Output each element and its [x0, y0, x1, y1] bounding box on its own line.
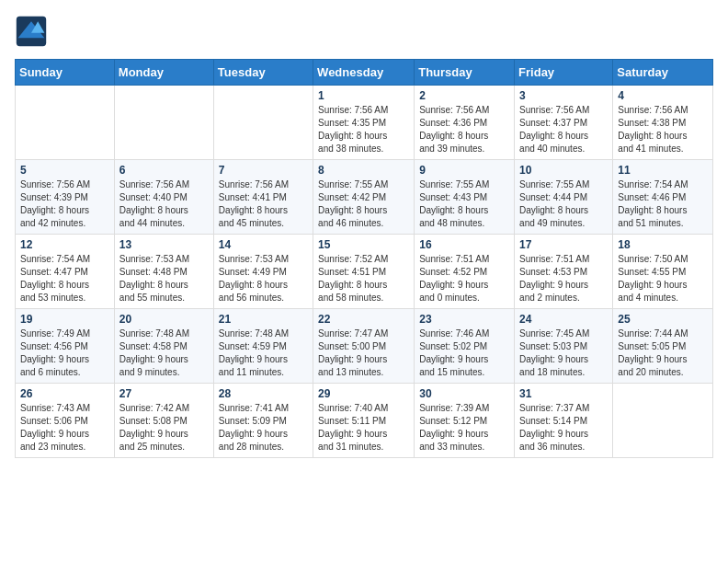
calendar-day-10: 10Sunrise: 7:55 AM Sunset: 4:44 PM Dayli… — [515, 160, 613, 235]
calendar-week-row: 12Sunrise: 7:54 AM Sunset: 4:47 PM Dayli… — [16, 235, 713, 309]
day-number: 28 — [219, 387, 308, 400]
day-number: 29 — [318, 387, 409, 400]
day-number: 3 — [519, 89, 608, 102]
day-content: Sunrise: 7:49 AM Sunset: 4:56 PM Dayligh… — [20, 327, 109, 379]
day-content: Sunrise: 7:56 AM Sunset: 4:38 PM Dayligh… — [618, 104, 708, 155]
calendar-week-row: 1Sunrise: 7:56 AM Sunset: 4:35 PM Daylig… — [16, 86, 713, 160]
calendar-day-11: 11Sunrise: 7:54 AM Sunset: 4:46 PM Dayli… — [613, 160, 713, 235]
day-content: Sunrise: 7:41 AM Sunset: 5:09 PM Dayligh… — [219, 402, 308, 454]
day-number: 15 — [318, 238, 409, 251]
day-number: 25 — [618, 313, 708, 326]
calendar-week-row: 5Sunrise: 7:56 AM Sunset: 4:39 PM Daylig… — [16, 160, 713, 235]
calendar-day-13: 13Sunrise: 7:53 AM Sunset: 4:48 PM Dayli… — [114, 235, 213, 309]
day-number: 9 — [419, 164, 509, 177]
calendar-day-7: 7Sunrise: 7:56 AM Sunset: 4:41 PM Daylig… — [213, 160, 313, 235]
day-content: Sunrise: 7:40 AM Sunset: 5:11 PM Dayligh… — [318, 402, 409, 454]
calendar-day-25: 25Sunrise: 7:44 AM Sunset: 5:05 PM Dayli… — [613, 309, 713, 384]
day-number: 21 — [219, 313, 308, 326]
day-content: Sunrise: 7:44 AM Sunset: 5:05 PM Dayligh… — [618, 327, 708, 379]
day-content: Sunrise: 7:52 AM Sunset: 4:51 PM Dayligh… — [318, 253, 409, 304]
day-content: Sunrise: 7:56 AM Sunset: 4:40 PM Dayligh… — [119, 178, 209, 230]
logo-icon — [15, 15, 48, 48]
page-header — [15, 15, 713, 48]
day-number: 17 — [519, 238, 608, 251]
calendar-day-28: 28Sunrise: 7:41 AM Sunset: 5:09 PM Dayli… — [213, 384, 313, 458]
calendar-day-2: 2Sunrise: 7:56 AM Sunset: 4:36 PM Daylig… — [415, 86, 515, 160]
day-content: Sunrise: 7:54 AM Sunset: 4:47 PM Dayligh… — [20, 253, 109, 304]
calendar-day-16: 16Sunrise: 7:51 AM Sunset: 4:52 PM Dayli… — [415, 235, 515, 309]
weekday-header-monday: Monday — [114, 60, 213, 86]
day-content: Sunrise: 7:54 AM Sunset: 4:46 PM Dayligh… — [618, 178, 708, 230]
day-content: Sunrise: 7:55 AM Sunset: 4:43 PM Dayligh… — [419, 178, 509, 230]
day-content: Sunrise: 7:55 AM Sunset: 4:42 PM Dayligh… — [318, 178, 409, 230]
day-content: Sunrise: 7:53 AM Sunset: 4:49 PM Dayligh… — [219, 253, 308, 304]
day-number: 1 — [318, 89, 409, 102]
calendar-day-27: 27Sunrise: 7:42 AM Sunset: 5:08 PM Dayli… — [114, 384, 213, 458]
weekday-header-wednesday: Wednesday — [313, 60, 415, 86]
day-number: 8 — [318, 164, 409, 177]
day-content: Sunrise: 7:56 AM Sunset: 4:35 PM Dayligh… — [318, 104, 409, 155]
day-number: 2 — [419, 89, 509, 102]
day-number: 4 — [618, 89, 708, 102]
calendar-empty-cell — [613, 384, 713, 458]
calendar-table: SundayMondayTuesdayWednesdayThursdayFrid… — [15, 59, 713, 458]
day-content: Sunrise: 7:56 AM Sunset: 4:36 PM Dayligh… — [419, 104, 509, 155]
calendar-day-6: 6Sunrise: 7:56 AM Sunset: 4:40 PM Daylig… — [114, 160, 213, 235]
calendar-day-23: 23Sunrise: 7:46 AM Sunset: 5:02 PM Dayli… — [415, 309, 515, 384]
calendar-day-21: 21Sunrise: 7:48 AM Sunset: 4:59 PM Dayli… — [213, 309, 313, 384]
day-number: 26 — [20, 387, 109, 400]
day-content: Sunrise: 7:51 AM Sunset: 4:52 PM Dayligh… — [419, 253, 509, 304]
day-number: 18 — [618, 238, 708, 251]
calendar-day-20: 20Sunrise: 7:48 AM Sunset: 4:58 PM Dayli… — [114, 309, 213, 384]
calendar-day-5: 5Sunrise: 7:56 AM Sunset: 4:39 PM Daylig… — [16, 160, 115, 235]
calendar-day-8: 8Sunrise: 7:55 AM Sunset: 4:42 PM Daylig… — [313, 160, 415, 235]
weekday-header-row: SundayMondayTuesdayWednesdayThursdayFrid… — [16, 60, 713, 86]
day-number: 7 — [219, 164, 308, 177]
day-content: Sunrise: 7:55 AM Sunset: 4:44 PM Dayligh… — [519, 178, 608, 230]
day-number: 6 — [119, 164, 209, 177]
day-content: Sunrise: 7:48 AM Sunset: 4:58 PM Dayligh… — [119, 327, 209, 379]
day-number: 19 — [20, 313, 109, 326]
day-number: 13 — [119, 238, 209, 251]
calendar-day-31: 31Sunrise: 7:37 AM Sunset: 5:14 PM Dayli… — [515, 384, 613, 458]
day-content: Sunrise: 7:46 AM Sunset: 5:02 PM Dayligh… — [419, 327, 509, 379]
calendar-day-24: 24Sunrise: 7:45 AM Sunset: 5:03 PM Dayli… — [515, 309, 613, 384]
calendar-day-19: 19Sunrise: 7:49 AM Sunset: 4:56 PM Dayli… — [16, 309, 115, 384]
calendar-day-22: 22Sunrise: 7:47 AM Sunset: 5:00 PM Dayli… — [313, 309, 415, 384]
calendar-empty-cell — [16, 86, 115, 160]
day-content: Sunrise: 7:51 AM Sunset: 4:53 PM Dayligh… — [519, 253, 608, 304]
calendar-day-18: 18Sunrise: 7:50 AM Sunset: 4:55 PM Dayli… — [613, 235, 713, 309]
day-content: Sunrise: 7:45 AM Sunset: 5:03 PM Dayligh… — [519, 327, 608, 379]
calendar-week-row: 19Sunrise: 7:49 AM Sunset: 4:56 PM Dayli… — [16, 309, 713, 384]
day-content: Sunrise: 7:48 AM Sunset: 4:59 PM Dayligh… — [219, 327, 308, 379]
day-number: 30 — [419, 387, 509, 400]
weekday-header-thursday: Thursday — [415, 60, 515, 86]
day-number: 22 — [318, 313, 409, 326]
day-content: Sunrise: 7:43 AM Sunset: 5:06 PM Dayligh… — [20, 402, 109, 454]
calendar-day-17: 17Sunrise: 7:51 AM Sunset: 4:53 PM Dayli… — [515, 235, 613, 309]
day-number: 23 — [419, 313, 509, 326]
day-number: 12 — [20, 238, 109, 251]
calendar-day-30: 30Sunrise: 7:39 AM Sunset: 5:12 PM Dayli… — [415, 384, 515, 458]
calendar-empty-cell — [213, 86, 313, 160]
day-content: Sunrise: 7:56 AM Sunset: 4:41 PM Dayligh… — [219, 178, 308, 230]
day-content: Sunrise: 7:56 AM Sunset: 4:37 PM Dayligh… — [519, 104, 608, 155]
weekday-header-sunday: Sunday — [16, 60, 115, 86]
day-content: Sunrise: 7:42 AM Sunset: 5:08 PM Dayligh… — [119, 402, 209, 454]
calendar-day-9: 9Sunrise: 7:55 AM Sunset: 4:43 PM Daylig… — [415, 160, 515, 235]
day-number: 14 — [219, 238, 308, 251]
day-number: 16 — [419, 238, 509, 251]
day-content: Sunrise: 7:53 AM Sunset: 4:48 PM Dayligh… — [119, 253, 209, 304]
day-number: 31 — [519, 387, 608, 400]
day-content: Sunrise: 7:56 AM Sunset: 4:39 PM Dayligh… — [20, 178, 109, 230]
day-number: 11 — [618, 164, 708, 177]
calendar-day-26: 26Sunrise: 7:43 AM Sunset: 5:06 PM Dayli… — [16, 384, 115, 458]
calendar-day-15: 15Sunrise: 7:52 AM Sunset: 4:51 PM Dayli… — [313, 235, 415, 309]
calendar-day-12: 12Sunrise: 7:54 AM Sunset: 4:47 PM Dayli… — [16, 235, 115, 309]
day-content: Sunrise: 7:39 AM Sunset: 5:12 PM Dayligh… — [419, 402, 509, 454]
calendar-day-29: 29Sunrise: 7:40 AM Sunset: 5:11 PM Dayli… — [313, 384, 415, 458]
day-number: 24 — [519, 313, 608, 326]
day-content: Sunrise: 7:37 AM Sunset: 5:14 PM Dayligh… — [519, 402, 608, 454]
calendar-day-14: 14Sunrise: 7:53 AM Sunset: 4:49 PM Dayli… — [213, 235, 313, 309]
logo — [15, 15, 51, 48]
